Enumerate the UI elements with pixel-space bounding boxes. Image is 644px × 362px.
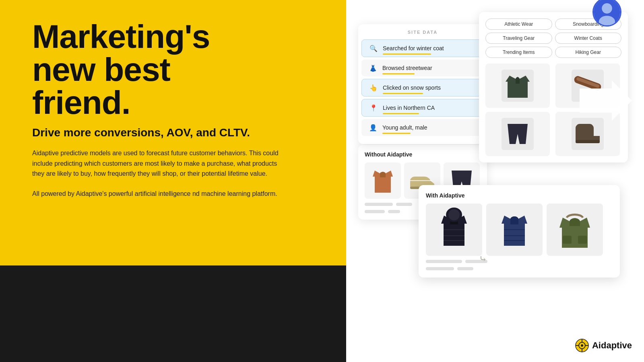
- site-data-row-4: 📍 Lives in Northern CA: [361, 99, 484, 117]
- svg-point-25: [581, 344, 583, 347]
- bar-1: [365, 203, 393, 206]
- with-product-2: [486, 204, 543, 256]
- site-data-text-5: Young adult, male: [382, 124, 427, 131]
- data-bar-2: [382, 73, 415, 74]
- svg-marker-0: [580, 80, 632, 121]
- site-data-text-1: Searched for winter coat: [383, 45, 444, 51]
- product-card-1: [485, 64, 550, 108]
- site-data-label: SITE DATA: [358, 30, 487, 35]
- user-icon: 👤: [369, 123, 378, 132]
- body-text-2: All powered by Aidaptive's powerful arti…: [32, 189, 290, 199]
- data-bar-1: [383, 53, 431, 55]
- svg-point-2: [602, 3, 612, 14]
- bottom-dark-bar: [0, 265, 346, 362]
- arrow-icon: [580, 80, 632, 121]
- with-bar-row: [426, 260, 613, 263]
- right-panel: SITE DATA 🔍 Searched for winter coat 👗 B…: [346, 0, 644, 362]
- tag-trending-items: Trending Items: [485, 47, 552, 58]
- with-bar-1: [426, 260, 462, 263]
- site-data-text-4: Lives in Northern CA: [383, 105, 435, 111]
- with-bar-row-2: [426, 267, 613, 270]
- with-panel-title: With Aidaptive: [426, 192, 613, 199]
- without-panel-title: Without Aidaptive: [365, 151, 481, 158]
- data-bar-4: [383, 113, 419, 114]
- location-icon: 📍: [369, 103, 378, 112]
- with-product-3: [547, 204, 603, 256]
- body-text-1: Aidaptive predictive models are used to …: [32, 148, 290, 179]
- site-data-text-3: Clicked on snow sports: [383, 84, 441, 91]
- browse-icon: 👗: [369, 64, 378, 72]
- data-bar-3: [383, 93, 423, 94]
- site-data-row-1: 🔍 Searched for winter coat: [361, 39, 484, 57]
- tag-athletic-wear: Athletic Wear: [485, 19, 552, 30]
- without-product-1: [365, 162, 401, 199]
- arrow-container: [580, 80, 636, 125]
- site-data-row-3: 👆 Clicked on snow sports: [361, 79, 484, 97]
- with-aidaptive-panel: With Aidaptive: [419, 185, 620, 278]
- logo-area: Aidaptive: [575, 339, 632, 352]
- tag-hiking-gear: Hiking Gear: [555, 47, 622, 58]
- left-panel: Marketing'snew bestfriend. Drive more co…: [0, 0, 346, 362]
- bar-3: [365, 210, 385, 213]
- site-data-row-2: 👗 Browsed streetwear: [361, 60, 484, 76]
- logo-text: Aidaptive: [592, 340, 632, 351]
- svg-rect-21: [563, 236, 572, 244]
- site-data-panel: SITE DATA 🔍 Searched for winter coat 👗 B…: [358, 24, 487, 144]
- bar-2: [396, 203, 412, 206]
- bar-4: [388, 210, 400, 213]
- with-bar-3: [426, 267, 454, 270]
- site-data-row-5: 👤 Young adult, male: [361, 119, 484, 136]
- site-data-text-2: Browsed streetwear: [382, 65, 432, 71]
- click-icon: 👆: [369, 83, 378, 92]
- svg-rect-10: [576, 140, 600, 143]
- dotted-arrow-icon: ⤷: [479, 253, 487, 265]
- with-product-1: [426, 204, 482, 256]
- tag-traveling-gear: Traveling Gear: [485, 33, 552, 44]
- avatar-image: [594, 0, 620, 25]
- tag-winter-coats: Winter Coats: [555, 33, 622, 44]
- with-bar-4: [457, 267, 473, 270]
- svg-rect-22: [578, 236, 587, 244]
- aidaptive-logo-icon: [575, 339, 589, 352]
- svg-point-14: [448, 209, 460, 220]
- main-heading: Marketing'snew bestfriend.: [32, 20, 322, 119]
- with-products: [426, 204, 613, 256]
- data-bar-5: [382, 133, 411, 134]
- product-card-3: [485, 112, 550, 156]
- sub-heading: Drive more conversions, AOV, and CLTV.: [32, 126, 322, 139]
- search-icon: 🔍: [369, 44, 378, 53]
